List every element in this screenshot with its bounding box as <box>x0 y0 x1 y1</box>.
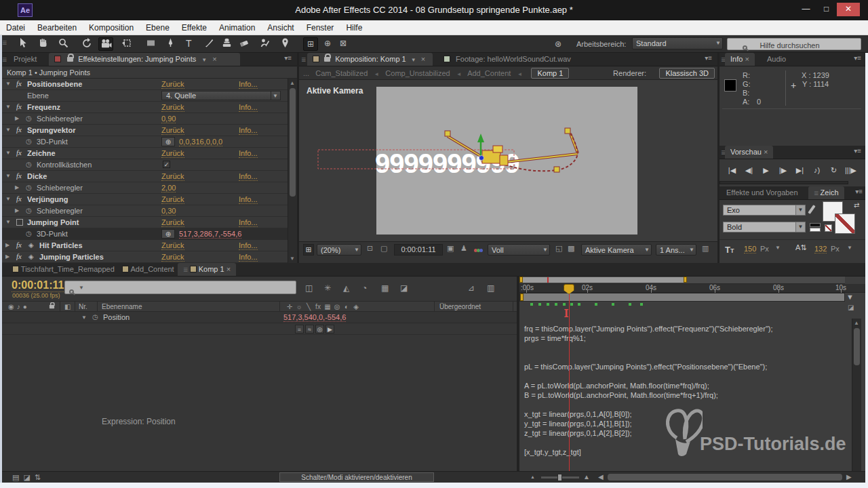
number-column-header[interactable]: Nr. <box>79 303 87 310</box>
tab-dropdown-icon[interactable]: ▼ <box>411 57 416 63</box>
keyframe-marker[interactable] <box>538 303 541 306</box>
param-row[interactable]: Ebene4. Quelle▼ <box>0 90 288 102</box>
position-value[interactable]: 517,3,540,0,-554,6 <box>283 313 346 322</box>
tab-vorschau[interactable]: Vorschau × <box>725 146 773 159</box>
target-point-icon[interactable]: ⊕ <box>161 229 175 239</box>
frame-blend-icon[interactable]: ▦ <box>381 283 389 293</box>
selection-tool[interactable] <box>15 37 30 51</box>
lock-icon[interactable] <box>67 57 73 62</box>
reset-link[interactable]: Zurück <box>161 218 184 227</box>
effect-row[interactable]: ▶fx◈Hit ParticlesZurückInfo... <box>0 240 288 251</box>
layer-switch-icon-5[interactable]: ◎ <box>332 303 342 310</box>
menu-item-animation[interactable]: Animation <box>213 20 261 35</box>
world-axis-mode-icon[interactable]: ⊕ <box>320 37 335 51</box>
type-tool[interactable]: T <box>181 37 196 51</box>
crumb-comp-unstabilized[interactable]: Comp_Unstabilized <box>385 69 450 77</box>
previous-frame-icon[interactable]: ◀| <box>741 166 757 175</box>
stroke-color-swatch[interactable] <box>835 214 855 234</box>
tab-close-icon[interactable]: × <box>212 55 216 63</box>
effect-enable-checkbox[interactable] <box>16 219 23 226</box>
crumb-cam-stabilized[interactable]: Cam_Stabilized <box>315 69 368 77</box>
layer-dropdown[interactable]: 4. Quelle▼ <box>161 91 281 100</box>
close-button[interactable]: ✕ <box>837 3 860 16</box>
region-of-interest-icon[interactable]: ▢ <box>380 244 387 253</box>
roto-brush-tool[interactable] <box>258 37 273 51</box>
reset-link[interactable]: Zurück <box>161 149 184 158</box>
view-camera-dropdown[interactable]: Aktive Kamera▼ <box>581 244 652 256</box>
no-color-swatch[interactable] <box>825 224 832 232</box>
preview-shuttle[interactable] <box>719 181 848 184</box>
menu-item-fenster[interactable]: Fenster <box>300 20 340 35</box>
work-area-bar[interactable] <box>519 293 845 302</box>
font-size-dropdown-icon[interactable]: ▼ <box>775 245 781 251</box>
horizontal-scrollbar[interactable] <box>608 474 842 481</box>
menu-item-datei[interactable]: Datei <box>0 20 31 35</box>
leading-value[interactable]: 132 <box>814 245 827 253</box>
keyframe-marker[interactable] <box>555 303 557 306</box>
menu-item-hilfe[interactable]: Hilfe <box>340 20 368 35</box>
param-row[interactable]: ▶◷Schieberegler0,30 <box>0 205 288 217</box>
workspace-dropdown[interactable]: Standard▼ <box>632 37 723 49</box>
crumb-add-content[interactable]: Add_Content <box>467 69 511 77</box>
menu-item-bearbeiten[interactable]: Bearbeiten <box>31 20 83 35</box>
brush-tool[interactable] <box>201 37 216 51</box>
audio-icon[interactable]: ♪) <box>808 166 825 174</box>
panel-menu-icon[interactable]: ▾≡ <box>854 147 861 155</box>
reset-link[interactable]: Zurück <box>161 253 184 262</box>
black-swatch[interactable] <box>810 223 821 227</box>
effect-row[interactable]: ▼fxVerjüngungZurückInfo... <box>0 194 288 205</box>
timeline-zoom-slider-thumb[interactable] <box>557 474 562 481</box>
effect-panel-scrollbar[interactable]: ▲ ▼ <box>288 79 297 263</box>
layer-switch-icon-6[interactable]: ◐ <box>342 303 351 310</box>
loop-icon[interactable]: ↻ <box>825 166 842 175</box>
keyframe-marker[interactable] <box>640 303 643 306</box>
timeline-search-input[interactable]: ▼ <box>64 281 296 294</box>
pixel-aspect-icon[interactable]: ▥ <box>702 244 709 253</box>
renderer-button[interactable]: Klassisch 3D <box>659 68 715 79</box>
info-link[interactable]: Info... <box>239 195 258 204</box>
effect-row[interactable]: ▼Jumping PointZurückInfo... <box>0 217 288 228</box>
reset-link[interactable]: Zurück <box>161 195 184 204</box>
panel-menu-icon[interactable]: ▾≡ <box>705 54 712 62</box>
expand-layer-switches-icon[interactable]: ▤ <box>12 473 23 481</box>
zoom-out-mountain-icon[interactable]: ▲ <box>530 474 535 479</box>
reset-link[interactable]: Zurück <box>161 80 184 89</box>
tab-add-content[interactable]: Add_Content <box>117 263 180 276</box>
expand-in-out-pane-icon[interactable]: ⇅ <box>35 473 45 481</box>
keyframe-marker[interactable] <box>578 303 580 306</box>
stopwatch-icon[interactable]: ◷ <box>26 115 32 122</box>
param-value[interactable]: 517,3,286,7,-554,6 <box>179 230 241 239</box>
shield-arrow-icon[interactable]: ▼ <box>846 293 854 301</box>
param-row-selected[interactable]: ◷3D-Punkt⊕517,3,286,7,-554,6 <box>0 228 288 240</box>
layer-switch-icon-2[interactable]: ╲ <box>304 303 313 310</box>
stopwatch-icon[interactable]: ◷ <box>26 230 32 237</box>
keyframe-marker[interactable] <box>612 303 614 306</box>
info-link[interactable]: Info... <box>239 149 258 158</box>
reset-link[interactable]: Zurück <box>161 126 184 135</box>
chart-icon[interactable]: ▥ <box>487 283 494 293</box>
rotation-tool[interactable] <box>79 37 94 51</box>
param-value[interactable]: 0,90 <box>161 115 176 123</box>
next-frame-icon[interactable]: |▶ <box>774 166 791 175</box>
workspace-gear-icon[interactable]: ⊛ <box>555 35 561 53</box>
effect-row[interactable]: ▼fxDickeZurückInfo... <box>0 171 288 182</box>
scroll-right-icon[interactable]: ▶ <box>846 473 852 481</box>
position-property-row[interactable]: ▼ ◷ Position 517,3,540,0,-554,6 <box>0 312 517 323</box>
tab-info[interactable]: Info × <box>725 53 755 66</box>
info-link[interactable]: Info... <box>239 103 258 112</box>
stopwatch-icon[interactable]: ◷ <box>26 207 32 214</box>
checkbox[interactable]: ✓ <box>163 161 170 168</box>
time-navigator[interactable] <box>519 277 845 284</box>
menu-item-effekte[interactable]: Effekte <box>176 20 213 35</box>
first-frame-icon[interactable]: |◀ <box>724 166 741 175</box>
nav-end-handle[interactable] <box>684 277 687 283</box>
font-size-value[interactable]: 150 <box>744 245 756 253</box>
reset-link[interactable]: Zurück <box>161 172 184 181</box>
draft-3d-icon[interactable]: ◭ <box>343 283 349 293</box>
layer-name-column-header[interactable]: Ebenenname <box>102 303 142 310</box>
panel-menu-icon[interactable]: ▾≡ <box>854 54 861 62</box>
keyframe-marker[interactable] <box>629 303 631 306</box>
puppet-pin-tool[interactable] <box>277 37 292 51</box>
eyedropper-icon[interactable] <box>808 205 815 214</box>
work-area-start[interactable] <box>520 293 524 301</box>
